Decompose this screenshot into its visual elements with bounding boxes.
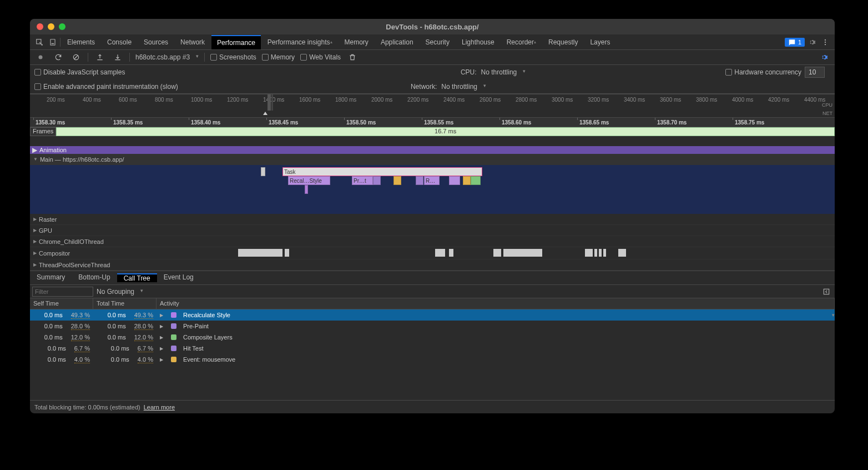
flame-chart-area[interactable]: Frames 16.7 ms ▶Animation ▼Main — https:… — [30, 127, 835, 271]
filter-input[interactable] — [32, 287, 93, 297]
ruler-tick: 1358.70 ms — [657, 119, 687, 126]
disable-js-checkbox[interactable]: Disable JavaScript samples — [34, 68, 125, 76]
drawer-tabs: SummaryBottom-UpCall TreeEvent Log — [30, 271, 835, 285]
network-label: Network: — [411, 83, 437, 91]
settings-icon[interactable] — [806, 36, 818, 48]
th-self[interactable]: Self Time — [30, 298, 93, 309]
enable-paint-checkbox[interactable]: Enable advanced paint instrumentation (s… — [34, 83, 178, 91]
trash-icon[interactable] — [346, 51, 359, 63]
tab-console[interactable]: Console — [102, 35, 137, 49]
main-track-header[interactable]: ▼Main — https://h68otc.csb.app/ — [30, 154, 835, 165]
overview-tick: 2800 ms — [516, 97, 537, 103]
overview-tick: 3600 ms — [660, 97, 681, 103]
compositor-track[interactable]: ▶Compositor — [30, 247, 835, 259]
overview-tick: 1400 ms — [263, 97, 284, 103]
maximize-window[interactable] — [59, 23, 65, 30]
table-row[interactable]: 0.0 ms 12.0 %0.0 ms 12.0 %▶Composite Lay… — [30, 332, 835, 343]
call-tree-header: Self Time Total Time Activity — [30, 298, 835, 309]
network-throttle-select[interactable]: No throttling — [441, 83, 486, 91]
screenshots-checkbox[interactable]: Screenshots — [210, 53, 256, 61]
tab-application[interactable]: Application — [375, 35, 419, 49]
inspect-icon[interactable] — [33, 36, 46, 48]
tab-requestly[interactable]: Requestly — [543, 35, 583, 49]
upload-icon[interactable] — [94, 51, 106, 63]
overview-tick: 3200 ms — [588, 97, 609, 103]
tab-performance-insights[interactable]: Performance insights ▴ — [262, 35, 338, 49]
overview-tick: 1600 ms — [299, 97, 320, 103]
overview-tick: 1800 ms — [335, 97, 356, 103]
ruler-tick: 1358.35 ms — [113, 119, 143, 126]
tab-sources[interactable]: Sources — [138, 35, 174, 49]
frames-track[interactable]: Frames 16.7 ms — [30, 127, 835, 136]
kebab-icon[interactable] — [819, 36, 831, 48]
tab-elements[interactable]: Elements — [62, 35, 100, 49]
tab-lighthouse[interactable]: Lighthouse — [456, 35, 500, 49]
animation-track-bar[interactable]: ▶Animation — [30, 146, 835, 154]
record-icon[interactable] — [34, 51, 47, 63]
tab-security[interactable]: Security — [420, 35, 455, 49]
tab-recorder[interactable]: Recorder ▴ — [501, 35, 542, 49]
overview-tick: 4000 ms — [732, 97, 753, 103]
close-window[interactable] — [37, 23, 43, 30]
overview-tick: 2400 ms — [443, 97, 465, 103]
overview-tick: 2200 ms — [407, 97, 428, 103]
issues-badge[interactable]: 1 — [785, 38, 805, 47]
overview-tick: 1000 ms — [191, 97, 212, 103]
call-tree-body: 0.0 ms 49.3 %0.0 ms 49.3 %▶Recalculate S… — [30, 309, 835, 400]
table-row[interactable]: 0.0 ms 49.3 %0.0 ms 49.3 %▶Recalculate S… — [30, 309, 835, 321]
hw-concurrency-input[interactable] — [805, 67, 825, 78]
overview-timeline[interactable]: 200 ms400 ms600 ms800 ms1000 ms1200 ms14… — [30, 94, 835, 117]
th-activity[interactable]: Activity — [157, 298, 835, 309]
recording-selector[interactable]: h68otc.csb.app #3 — [135, 53, 199, 61]
th-total[interactable]: Total Time — [93, 298, 157, 309]
download-icon[interactable] — [112, 51, 124, 63]
drawer-tab-summary[interactable]: Summary — [30, 273, 72, 281]
window-title: DevTools - h68otc.csb.app/ — [30, 23, 835, 31]
drawer-tab-event-log[interactable]: Event Log — [157, 273, 200, 281]
overview-net-label: NET — [822, 111, 832, 116]
frames-label: Frames — [30, 127, 56, 136]
prepaint-flame[interactable]: Pr…t — [352, 176, 373, 185]
ruler-tick: 1358.65 ms — [579, 119, 609, 126]
table-row[interactable]: 0.0 ms 6.7 %0.0 ms 6.7 %▶Hit Test — [30, 343, 835, 354]
chrome-io-track[interactable]: ▶Chrome_ChildIOThread — [30, 236, 835, 247]
minimize-window[interactable] — [48, 23, 54, 30]
table-row[interactable]: 0.0 ms 4.0 %0.0 ms 4.0 %▶Event: mousemov… — [30, 354, 835, 365]
reload-icon[interactable] — [52, 51, 64, 63]
overview-tick: 200 ms — [47, 97, 65, 103]
tab-performance[interactable]: Performance — [211, 35, 261, 49]
cpu-throttle-select[interactable]: No throttling — [481, 68, 526, 76]
frame-duration[interactable]: 16.7 ms — [56, 127, 835, 136]
settings-row-1: Disable JavaScript samples CPU: No throt… — [30, 65, 835, 79]
grouping-select[interactable]: No Grouping — [97, 288, 143, 296]
collapse-icon[interactable] — [820, 286, 832, 298]
r-flame[interactable]: R… — [424, 176, 440, 185]
drawer-tab-call-tree[interactable]: Call Tree — [117, 273, 157, 282]
tab-network[interactable]: Network — [175, 35, 210, 49]
memory-checkbox[interactable]: Memory — [262, 53, 295, 61]
overview-tick: 3800 ms — [696, 97, 717, 103]
table-row[interactable]: 0.0 ms 28.0 %0.0 ms 28.0 %▶Pre-Paint — [30, 321, 835, 332]
capture-settings-icon[interactable] — [818, 51, 830, 63]
drawer-tab-bottom-up[interactable]: Bottom-Up — [72, 273, 117, 281]
main-flame-block[interactable]: Task Recal…Style Pr…t R… — [30, 165, 835, 214]
learn-more-link[interactable]: Learn more — [144, 404, 175, 411]
recalc-flame[interactable]: Recal…Style — [288, 176, 330, 185]
clear-icon[interactable] — [70, 51, 82, 63]
gpu-track[interactable]: ▶GPU — [30, 225, 835, 236]
tab-memory[interactable]: Memory — [339, 35, 374, 49]
overview-tick: 400 ms — [83, 97, 101, 103]
svg-point-4 — [825, 41, 826, 42]
overview-tick: 1200 ms — [227, 97, 248, 103]
device-icon[interactable] — [47, 36, 59, 48]
hw-concurrency-checkbox[interactable]: Hardware concurrency — [725, 68, 801, 76]
perf-toolbar: h68otc.csb.app #3 Screenshots Memory Web… — [30, 50, 835, 65]
raster-track[interactable]: ▶Raster — [30, 214, 835, 225]
webvitals-checkbox[interactable]: Web Vitals — [300, 53, 341, 61]
flame-ruler[interactable]: 1358.30 ms1358.35 ms1358.40 ms1358.45 ms… — [30, 117, 835, 127]
ruler-tick: 1358.75 ms — [735, 119, 764, 126]
tab-layers[interactable]: Layers — [584, 35, 615, 49]
threadpool-track[interactable]: ▶ThreadPoolServiceThread — [30, 259, 835, 271]
task-flame[interactable]: Task — [282, 167, 482, 176]
overview-tick: 2000 ms — [371, 97, 392, 103]
